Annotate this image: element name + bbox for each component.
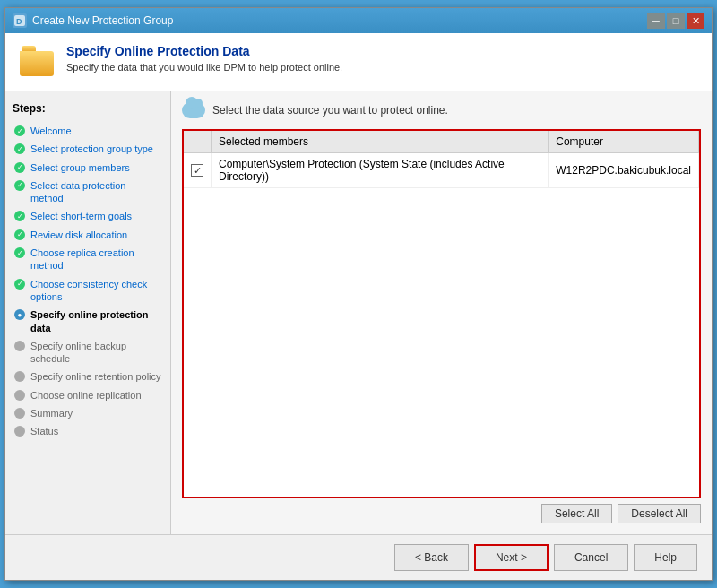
step-item-welcome: ✓ Welcome (13, 122, 163, 140)
col-header-selected-members: Selected members (212, 131, 549, 153)
main-window: D Create New Protection Group ─ □ ✕ Spec… (4, 7, 713, 581)
step-dot-status (14, 426, 25, 437)
page-title: Specify Online Protection Data (66, 44, 342, 58)
step-item-status: Status (13, 422, 163, 440)
step-dot-welcome: ✓ (14, 125, 25, 136)
col-header-computer: Computer (549, 131, 699, 153)
step-dot-replica-creation: ✓ (14, 247, 25, 258)
step-label-welcome: Welcome (30, 125, 72, 137)
row-checkbox[interactable]: ✓ (191, 164, 203, 177)
table-row: ✓ Computer\System Protection (System Sta… (184, 153, 699, 188)
table-actions: Select All Deselect All (182, 504, 701, 523)
step-label-group-members: Select group members (30, 161, 130, 174)
cloud-icon (182, 102, 205, 118)
maximize-button[interactable]: □ (667, 13, 685, 29)
close-button[interactable]: ✕ (687, 13, 704, 29)
step-item-replica-creation[interactable]: ✓ Choose replica creation method (13, 244, 163, 275)
step-dot-summary (14, 408, 25, 419)
step-item-group-members[interactable]: ✓ Select group members (13, 159, 163, 177)
step-label-protection-group-type: Select protection group type (30, 143, 153, 155)
step-dot-online-retention-policy (14, 371, 25, 382)
step-dot-consistency-check: ✓ (14, 279, 25, 290)
svg-text:D: D (16, 17, 22, 26)
row-member: Computer\System Protection (System State… (212, 153, 549, 188)
step-label-online-protection-data: Specify online protection data (30, 308, 161, 334)
step-dot-short-term-goals: ✓ (14, 211, 25, 221)
right-panel: Select the data source you want to prote… (171, 91, 712, 534)
data-table-container: Selected members Computer ✓ Computer\Sys… (182, 129, 701, 498)
title-bar-left: D Create New Protection Group (13, 13, 173, 28)
step-dot-data-protection-method: ✓ (14, 180, 25, 191)
step-label-online-retention-policy: Specify online retention policy (30, 370, 161, 383)
step-item-protection-group-type[interactable]: ✓ Select protection group type (13, 140, 163, 158)
step-dot-online-replication (14, 390, 25, 401)
minimize-button[interactable]: ─ (647, 13, 665, 29)
select-all-button[interactable]: Select All (541, 504, 612, 523)
title-bar-buttons: ─ □ ✕ (647, 13, 704, 29)
step-label-review-disk-allocation: Review disk allocation (30, 229, 127, 241)
help-button[interactable]: Help (634, 544, 697, 571)
data-table: Selected members Computer ✓ Computer\Sys… (184, 131, 699, 188)
deselect-all-button[interactable]: Deselect All (618, 504, 701, 523)
cancel-button[interactable]: Cancel (554, 544, 628, 571)
step-label-status: Status (30, 425, 58, 437)
instruction-area: Select the data source you want to prote… (182, 102, 701, 118)
step-label-online-backup-schedule: Specify online backup schedule (30, 340, 161, 366)
next-button[interactable]: Next > (474, 544, 549, 571)
step-dot-online-backup-schedule (14, 341, 25, 351)
step-item-review-disk-allocation[interactable]: ✓ Review disk allocation (13, 226, 163, 244)
step-item-data-protection-method[interactable]: ✓ Select data protection method (13, 177, 163, 208)
header-section: Specify Online Protection Data Specify t… (5, 33, 712, 91)
step-dot-online-protection-data: ● (14, 309, 25, 320)
step-item-summary: Summary (13, 404, 163, 422)
step-item-online-retention-policy: Specify online retention policy (13, 368, 163, 385)
step-dot-group-members: ✓ (14, 162, 25, 173)
window-title: Create New Protection Group (32, 14, 173, 27)
step-label-replica-creation: Choose replica creation method (30, 246, 161, 272)
step-item-consistency-check[interactable]: ✓ Choose consistency check options (13, 275, 163, 307)
step-dot-protection-group-type: ✓ (14, 143, 25, 154)
row-checkbox-cell[interactable]: ✓ (184, 153, 212, 188)
col-header-checkbox (184, 131, 212, 153)
header-folder-icon (20, 44, 56, 80)
steps-label: Steps: (13, 102, 163, 115)
steps-panel: Steps: ✓ Welcome ✓ Select protection gro… (5, 91, 171, 534)
step-item-online-replication: Choose online replication (13, 386, 163, 404)
step-item-online-backup-schedule: Specify online backup schedule (13, 337, 163, 368)
step-label-consistency-check: Choose consistency check options (30, 278, 161, 304)
step-label-summary: Summary (30, 407, 73, 419)
instruction-label: Select the data source you want to prote… (212, 104, 448, 117)
main-area: Steps: ✓ Welcome ✓ Select protection gro… (5, 91, 712, 534)
step-item-short-term-goals[interactable]: ✓ Select short-term goals (13, 207, 163, 225)
step-label-online-replication: Choose online replication (30, 389, 142, 402)
step-label-data-protection-method: Select data protection method (30, 179, 161, 205)
back-button[interactable]: < Back (394, 544, 469, 571)
footer-buttons: < Back Next > Cancel Help (5, 534, 712, 580)
title-bar: D Create New Protection Group ─ □ ✕ (5, 8, 712, 33)
step-label-short-term-goals: Select short-term goals (30, 210, 132, 222)
step-dot-review-disk-allocation: ✓ (14, 229, 25, 240)
header-text: Specify Online Protection Data Specify t… (66, 44, 342, 73)
page-subtitle: Specify the data that you would like DPM… (66, 62, 342, 73)
app-icon: D (13, 13, 27, 28)
row-computer: W12R2PDC.bakicubuk.local (549, 153, 699, 188)
step-item-online-protection-data: ● Specify online protection data (13, 306, 163, 337)
